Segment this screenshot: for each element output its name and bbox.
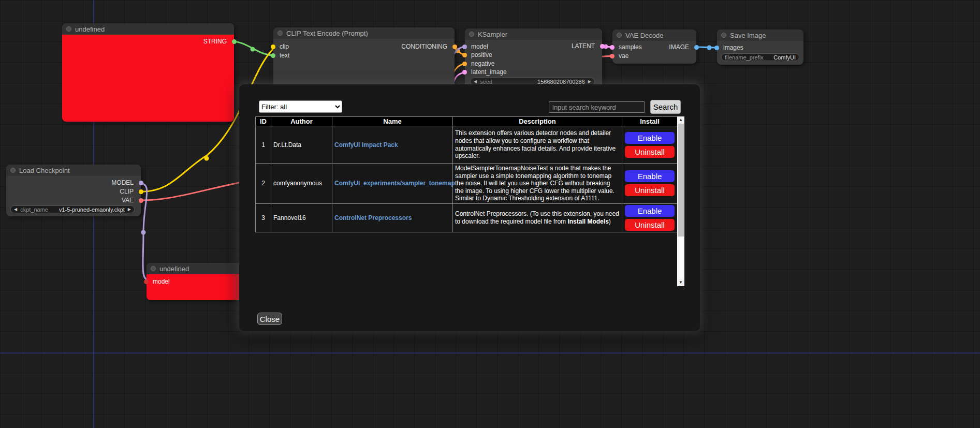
seed-widget-label: seed bbox=[480, 79, 492, 85]
node-title: Load Checkpoint bbox=[19, 167, 70, 174]
collapse-dot-icon[interactable] bbox=[721, 33, 726, 38]
cell-install: Enable Uninstall bbox=[622, 126, 678, 164]
collapse-dot-icon[interactable] bbox=[151, 266, 156, 271]
node-title: VAE Decode bbox=[625, 32, 663, 39]
output-dot-model[interactable] bbox=[139, 181, 143, 185]
table-row: 1 Dr.Lt.Data ComfyUI Impact Pack This ex… bbox=[256, 126, 678, 164]
output-dot-image[interactable] bbox=[694, 45, 699, 50]
input-label-text: text bbox=[280, 52, 289, 59]
input-dot-model[interactable] bbox=[144, 279, 149, 284]
node-load-checkpoint[interactable]: Load Checkpoint MODEL CLIP VAE ◀ ckpt_na… bbox=[6, 165, 141, 216]
extension-link[interactable]: ControlNet Preprocessors bbox=[334, 214, 412, 222]
uninstall-button[interactable]: Uninstall bbox=[625, 146, 675, 158]
description-bold-text: Install Models bbox=[567, 218, 608, 225]
search-button[interactable]: Search bbox=[650, 100, 681, 114]
node-header[interactable]: Save Image bbox=[717, 29, 803, 41]
wire-string-to-text bbox=[232, 41, 274, 55]
wire-midpoint-model bbox=[141, 230, 146, 235]
description-text: This extension offers various detector n… bbox=[455, 129, 616, 159]
node-vae-decode[interactable]: VAE Decode samples vae IMAGE bbox=[612, 29, 696, 64]
node-title: KSampler bbox=[478, 31, 507, 38]
input-dot-model[interactable] bbox=[462, 45, 467, 49]
input-dot-samples[interactable] bbox=[610, 45, 615, 50]
search-input[interactable] bbox=[549, 101, 645, 113]
scrollbar-thumb[interactable] bbox=[678, 124, 684, 237]
input-dot-text[interactable] bbox=[271, 53, 275, 58]
node-header[interactable]: VAE Decode bbox=[612, 29, 696, 41]
input-dot-images[interactable] bbox=[714, 46, 719, 50]
cell-author: comfyanonymous bbox=[271, 164, 332, 204]
uninstall-button[interactable]: Uninstall bbox=[625, 219, 675, 231]
collapse-dot-icon[interactable] bbox=[277, 31, 283, 36]
input-dot-vae[interactable] bbox=[610, 54, 615, 58]
input-dot-latent-image[interactable] bbox=[462, 70, 467, 75]
cell-id: 3 bbox=[256, 203, 271, 232]
output-label-vae: VAE bbox=[122, 197, 134, 204]
table-row: 2 comfyanonymous ComfyUI_experiments/sam… bbox=[256, 164, 678, 204]
cell-id: 2 bbox=[256, 164, 271, 204]
cell-install: Enable Uninstall bbox=[622, 203, 678, 232]
filename-prefix-widget[interactable]: filename_prefix ComfyUI bbox=[721, 53, 799, 61]
input-label-latent-image: latent_image bbox=[471, 68, 507, 76]
extension-table-scroll-area: ID Author Name Description Install 1 Dr.… bbox=[255, 116, 684, 286]
ckpt-name-widget[interactable]: ◀ ckpt_name v1-5-pruned-emaonly.ckpt ▶ bbox=[10, 205, 135, 213]
table-scrollbar[interactable]: ▲ ▼ bbox=[677, 116, 684, 286]
table-row: 3 Fannovel16 ControlNet Preprocessors Co… bbox=[256, 203, 678, 232]
input-dot-clip[interactable] bbox=[271, 45, 275, 49]
enable-button[interactable]: Enable bbox=[625, 170, 675, 182]
wire-midpoint-image bbox=[707, 46, 712, 50]
node-header[interactable]: CLIP Text Encode (Prompt) bbox=[273, 27, 455, 39]
output-dot-clip[interactable] bbox=[139, 189, 143, 194]
node-title: undefined bbox=[75, 25, 105, 33]
input-label-model: model bbox=[471, 43, 488, 50]
output-dot-vae[interactable] bbox=[139, 198, 143, 203]
node-header[interactable]: undefined bbox=[62, 23, 234, 35]
ckpt-name-label: ckpt_name bbox=[20, 206, 48, 213]
uninstall-button[interactable]: Uninstall bbox=[625, 184, 675, 196]
filename-prefix-label: filename_prefix bbox=[725, 54, 764, 61]
enable-button[interactable]: Enable bbox=[625, 132, 675, 144]
output-dot-latent[interactable] bbox=[600, 44, 605, 49]
scrollbar-up-arrow-icon[interactable]: ▲ bbox=[677, 116, 684, 124]
header-install: Install bbox=[622, 117, 678, 126]
output-label-latent: LATENT bbox=[572, 42, 595, 50]
cell-name: ComfyUI_experiments/sampler_tonemap bbox=[332, 164, 453, 204]
enable-button[interactable]: Enable bbox=[625, 205, 675, 217]
decrement-arrow-icon[interactable]: ◀ bbox=[14, 205, 17, 213]
header-author: Author bbox=[271, 117, 332, 126]
seed-widget-value: 156680208700286 bbox=[537, 79, 585, 85]
collapse-dot-icon[interactable] bbox=[66, 26, 71, 32]
collapse-dot-icon[interactable] bbox=[10, 168, 16, 173]
filter-select[interactable]: Filter: all bbox=[259, 100, 342, 113]
custom-nodes-manager-dialog: Filter: all Search ID Author Name Descri… bbox=[239, 84, 700, 331]
cell-description: ControlNet Preprocessors. (To use this e… bbox=[453, 203, 622, 232]
input-dot-negative[interactable] bbox=[462, 62, 467, 66]
increment-arrow-icon[interactable]: ▶ bbox=[128, 205, 131, 213]
scrollbar-down-arrow-icon[interactable]: ▼ bbox=[677, 279, 684, 286]
graph-canvas[interactable]: { "colors": { "model_link": "#b39ddb", "… bbox=[0, 0, 980, 428]
description-suffix-text: ) bbox=[609, 218, 611, 225]
node-header[interactable]: KSampler bbox=[465, 28, 602, 40]
output-dot-conditioning[interactable] bbox=[452, 45, 457, 49]
header-name: Name bbox=[332, 117, 453, 126]
node-header[interactable]: Load Checkpoint bbox=[6, 165, 141, 176]
input-label-vae: vae bbox=[619, 52, 628, 60]
extension-link[interactable]: ComfyUI_experiments/sampler_tonemap bbox=[334, 180, 455, 187]
output-label-string: STRING bbox=[203, 38, 227, 45]
input-label-positive: positive bbox=[471, 51, 492, 58]
input-dot-positive[interactable] bbox=[462, 53, 467, 57]
input-label-images: images bbox=[723, 44, 743, 51]
wire-midpoint-clip bbox=[204, 156, 209, 161]
wire-midpoint-conditioning bbox=[456, 49, 460, 53]
output-label-image: IMAGE bbox=[669, 43, 689, 51]
output-label-model: MODEL bbox=[111, 179, 134, 186]
node-undefined-top[interactable]: undefined STRING bbox=[62, 23, 234, 122]
close-button[interactable]: Close bbox=[257, 313, 282, 325]
input-label-negative: negative bbox=[471, 60, 494, 67]
cell-author: Dr.Lt.Data bbox=[271, 126, 332, 164]
collapse-dot-icon[interactable] bbox=[617, 33, 622, 38]
node-save-image[interactable]: Save Image images filename_prefix ComfyU… bbox=[717, 29, 803, 65]
collapse-dot-icon[interactable] bbox=[469, 32, 474, 37]
output-dot-string[interactable] bbox=[232, 39, 237, 44]
extension-link[interactable]: ComfyUI Impact Pack bbox=[334, 141, 398, 149]
